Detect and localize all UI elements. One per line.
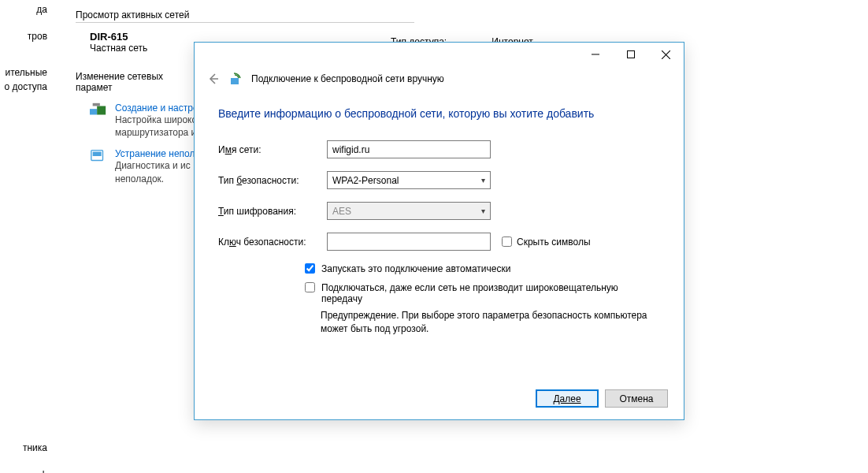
create-setup-text: Создание и настро Настройка широко маршр… [115, 102, 198, 139]
hide-symbols-label[interactable]: Скрыть символы [502, 236, 591, 248]
maximize-button[interactable] [613, 43, 648, 65]
network-name-row: Имя сети: [218, 140, 660, 158]
security-key-input[interactable] [327, 233, 491, 251]
dialog-body: Введите информацию о беспроводной сети, … [195, 98, 684, 344]
next-button[interactable]: Далее [536, 389, 599, 408]
network-name-input[interactable] [327, 140, 491, 158]
troubleshoot-text: Устранение непол Диагностика и ис непола… [115, 148, 195, 184]
bottom-nav-fragment: тника ь [0, 439, 47, 473]
network-setup-icon [90, 102, 107, 118]
bottom-frag-1: тника [0, 439, 47, 456]
svg-rect-3 [93, 152, 102, 157]
create-setup-desc1: Настройка широко [115, 114, 198, 126]
frag-2: тров [0, 29, 47, 43]
security-type-row: Тип безопасности: WPA2-Personal▾ [218, 171, 660, 189]
nav-fragment: да тров ительные о доступа [0, 0, 47, 94]
headline: Введите информацию о беспроводной сети, … [218, 107, 660, 120]
auto-start-row[interactable]: Запускать это подключение автоматически [305, 263, 660, 274]
svg-rect-9 [231, 78, 239, 84]
encryption-type-select: AES▾ [327, 202, 491, 220]
broadcast-block: Подключаться, даже если сеть не производ… [305, 282, 660, 336]
close-button[interactable] [648, 43, 684, 65]
network-name-label: Имя сети: [218, 144, 327, 155]
security-type-value: WPA2-Personal [332, 175, 399, 186]
broadcast-label: Подключаться, даже если сеть не производ… [321, 282, 660, 304]
broadcast-checkbox[interactable] [305, 282, 315, 292]
broadcast-warning: Предупреждение. При выборе этого парамет… [321, 309, 660, 336]
titlebar [195, 43, 684, 66]
security-type-label: Тип безопасности: [218, 175, 327, 186]
create-setup-link[interactable]: Создание и настро [115, 102, 198, 114]
hide-symbols-text: Скрыть символы [517, 236, 591, 248]
encryption-type-label: Тип шифрования: [218, 206, 327, 217]
security-key-label: Ключ безопасности: [218, 236, 327, 248]
svg-rect-0 [90, 109, 97, 114]
security-key-row: Ключ безопасности: Скрыть символы [218, 233, 660, 251]
encryption-type-row: Тип шифрования: AES▾ [218, 202, 660, 220]
auto-start-label: Запускать это подключение автоматически [321, 263, 510, 274]
active-networks-heading: Просмотр активных сетей [76, 9, 414, 23]
frag-3: ительные [0, 65, 47, 80]
auto-start-checkbox[interactable] [305, 263, 315, 274]
dialog-footer: Далее Отмена [536, 389, 668, 408]
dialog-header: Подключение к беспроводной сети вручную [195, 66, 684, 98]
frag-4: о доступа [0, 80, 47, 94]
wireless-icon [229, 72, 243, 86]
bottom-frag-2: ь [0, 464, 47, 473]
svg-rect-5 [627, 51, 634, 58]
chevron-down-icon: ▾ [481, 207, 485, 215]
frag-1: да [0, 2, 47, 17]
chevron-down-icon: ▾ [481, 176, 485, 184]
create-setup-desc2: маршрутизатора и [115, 126, 198, 139]
troubleshoot-icon [90, 148, 107, 164]
change-params-heading: Изменение сетевых парамет [76, 71, 202, 95]
network-name: DIR-615 [90, 31, 627, 43]
minimize-button[interactable] [577, 43, 613, 65]
cancel-button[interactable]: Отмена [605, 389, 668, 408]
troubleshoot-desc1: Диагностика и ис [115, 159, 195, 172]
svg-rect-1 [97, 106, 106, 115]
security-type-select[interactable]: WPA2-Personal▾ [327, 171, 491, 189]
troubleshoot-link[interactable]: Устранение непол [115, 148, 195, 159]
dialog-title: Подключение к беспроводной сети вручную [251, 73, 444, 84]
encryption-type-value: AES [332, 206, 351, 217]
hide-symbols-checkbox[interactable] [502, 236, 512, 247]
troubleshoot-desc2: неполадок. [115, 173, 195, 185]
wireless-setup-dialog: Подключение к беспроводной сети вручную … [194, 42, 684, 420]
back-button[interactable] [206, 71, 221, 87]
